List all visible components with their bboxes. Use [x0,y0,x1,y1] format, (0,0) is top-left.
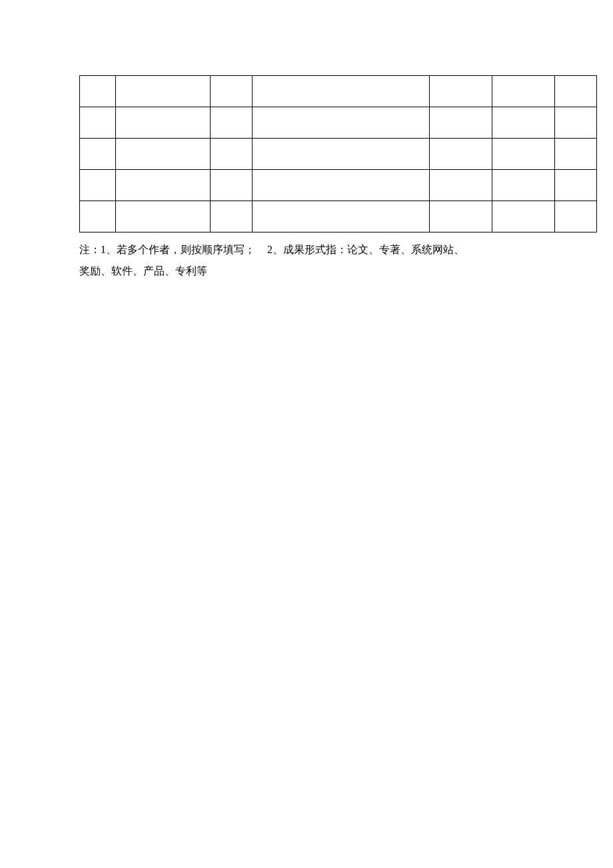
table-cell [492,76,555,107]
note-item1-text: 、若多个作者，则按顺序填写； [106,244,255,255]
table-cell [492,107,555,139]
table-cell [211,170,253,201]
document-page: 注：1、若多个作者，则按顺序填写；2、成果形式指：论文、专著、系统网站、 奖励、… [0,0,613,868]
table-cell [430,139,492,170]
table-cell [80,139,116,170]
note-prefix: 注： [79,244,101,255]
table-cell [492,139,555,170]
table-cell [555,107,597,139]
table-cell [116,107,211,139]
table-cell [116,170,211,201]
table-cell [555,170,597,201]
table-cell [116,76,211,107]
table-cell [253,170,430,201]
table-cell [211,107,253,139]
table-cell [430,201,492,232]
table-cell [492,201,555,232]
note-item1-num: 1 [101,244,106,255]
table-cell [116,139,211,170]
table-cell [555,201,597,232]
table-cell [555,76,597,107]
table-cell [555,139,597,170]
table-cell [80,201,116,232]
table-cell [430,170,492,201]
table-cell [80,170,116,201]
table-cell [430,107,492,139]
table-row [80,139,597,170]
table-cell [211,201,253,232]
note-item2-text: 、成果形式指：论文、专著、系统网站、 [273,244,464,255]
note-line2: 奖励、软件、产品、专利等 [79,265,207,276]
footnote: 注：1、若多个作者，则按顺序填写；2、成果形式指：论文、专著、系统网站、 奖励、… [79,239,586,282]
table-cell [253,139,430,170]
table-row [80,170,597,201]
table-row [80,107,597,139]
table-cell [80,107,116,139]
table-cell [492,170,555,201]
table-row [80,201,597,232]
table-cell [430,76,492,107]
table-cell [80,76,116,107]
table-cell [116,201,211,232]
table-cell [253,76,430,107]
table-row [80,76,597,107]
note-item2-num: 2 [267,244,273,255]
form-table [79,75,597,232]
table-cell [253,201,430,232]
table-cell [211,139,253,170]
table-cell [211,76,253,107]
table-cell [253,107,430,139]
